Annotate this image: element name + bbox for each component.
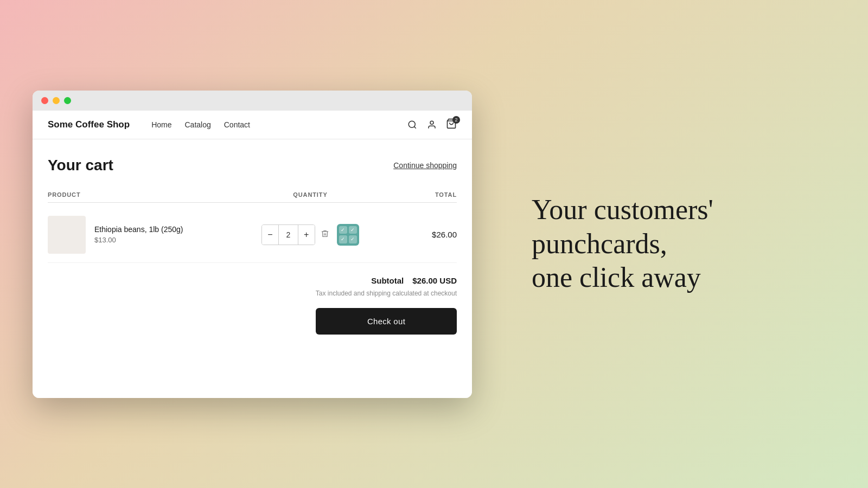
- right-panel: Your customers' punchcards, one click aw…: [505, 171, 868, 316]
- punchcard-cell-4: [349, 235, 357, 243]
- account-icon[interactable]: [426, 119, 437, 130]
- minimize-button[interactable]: [53, 97, 60, 104]
- punchcard-cell-3: [339, 235, 347, 243]
- cart-table-header: PRODUCT QUANTITY TOTAL: [48, 187, 457, 203]
- store-nav: Some Coffee Shop Home Catalog Contact: [33, 111, 472, 139]
- quantity-cell: − 2 +: [261, 224, 359, 246]
- cart-page: Your cart Continue shopping PRODUCT QUAN…: [33, 139, 472, 352]
- quantity-decrease-button[interactable]: −: [262, 225, 278, 245]
- col-quantity: QUANTITY: [261, 191, 359, 198]
- nav-catalog[interactable]: Catalog: [184, 120, 210, 129]
- product-info: Ethiopia beans, 1lb (250g) $13.00: [48, 216, 261, 254]
- punchcard-cell-2: [349, 226, 357, 234]
- browser-titlebar: [33, 91, 472, 111]
- product-price: $13.00: [94, 236, 183, 244]
- browser-window: Some Coffee Shop Home Catalog Contact: [33, 91, 472, 398]
- col-product: PRODUCT: [48, 191, 261, 198]
- svg-line-1: [414, 126, 416, 128]
- continue-shopping-link[interactable]: Continue shopping: [393, 161, 457, 170]
- nav-contact[interactable]: Contact: [224, 120, 250, 129]
- svg-point-0: [409, 121, 415, 127]
- quantity-control: − 2 +: [261, 224, 315, 245]
- punchcard-widget[interactable]: [337, 224, 359, 246]
- cart-icon-wrapper[interactable]: 2: [446, 118, 457, 131]
- col-total: TOTAL: [359, 191, 457, 198]
- item-total: $26.00: [359, 230, 457, 239]
- tagline-line1: Your customers': [532, 193, 713, 227]
- browser-content: Some Coffee Shop Home Catalog Contact: [33, 111, 472, 398]
- tagline-line2: punchcards,: [532, 227, 713, 261]
- subtotal-row: Subtotal $26.00 USD: [371, 276, 457, 285]
- search-icon[interactable]: [407, 119, 418, 130]
- product-details: Ethiopia beans, 1lb (250g) $13.00: [94, 225, 183, 244]
- maximize-button[interactable]: [64, 97, 71, 104]
- left-panel: Some Coffee Shop Home Catalog Contact: [0, 0, 505, 488]
- svg-point-2: [430, 121, 433, 124]
- cart-badge: 2: [452, 116, 460, 124]
- cart-header: Your cart Continue shopping: [48, 157, 457, 174]
- nav-home[interactable]: Home: [151, 120, 171, 129]
- cart-summary: Subtotal $26.00 USD Tax included and shi…: [48, 276, 457, 335]
- nav-icons: 2: [407, 118, 457, 131]
- subtotal-label: Subtotal: [371, 276, 404, 285]
- subtotal-value: $26.00 USD: [412, 276, 457, 285]
- delete-item-button[interactable]: [321, 229, 329, 240]
- product-image: [48, 216, 86, 254]
- quantity-increase-button[interactable]: +: [298, 225, 315, 245]
- table-row: Ethiopia beans, 1lb (250g) $13.00 − 2 +: [48, 207, 457, 263]
- tagline-line3: one click away: [532, 261, 713, 294]
- cart-title: Your cart: [48, 157, 113, 174]
- close-button[interactable]: [41, 97, 48, 104]
- tax-note: Tax included and shipping calculated at …: [316, 290, 457, 297]
- product-name: Ethiopia beans, 1lb (250g): [94, 225, 183, 234]
- quantity-value: 2: [278, 225, 298, 245]
- punchcard-cell-1: [339, 226, 347, 234]
- store-name: Some Coffee Shop: [48, 119, 130, 130]
- tagline: Your customers' punchcards, one click aw…: [532, 193, 713, 294]
- checkout-button[interactable]: Check out: [316, 308, 457, 335]
- nav-links: Home Catalog Contact: [151, 120, 407, 129]
